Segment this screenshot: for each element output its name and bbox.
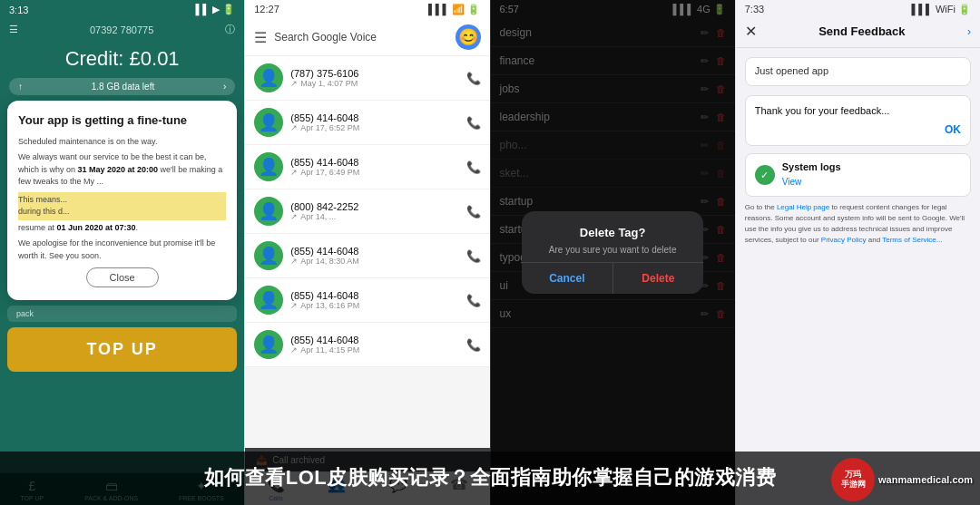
call-phone-icon[interactable]: 📞 — [466, 338, 481, 352]
p4-terms-link[interactable]: Terms of Service — [882, 236, 936, 244]
contact-icon: 👤 — [259, 68, 279, 88]
p4-feedback-input[interactable]: Just opened app — [745, 57, 971, 86]
p4-close-icon[interactable]: ✕ — [745, 23, 757, 40]
p2-call-info: (855) 414-6048 ↗ Apr 13, 6:16 PM — [290, 290, 458, 310]
watermark-logo: 万玛手游网 — [831, 458, 875, 501]
p1-modal: Your app is getting a fine-tune Schedule… — [7, 101, 237, 300]
p2-call-number: (855) 414-6048 — [290, 290, 458, 301]
table-row[interactable]: 👤 (855) 414-6048 ↗ Apr 14, 8:30 AM 📞 — [245, 234, 489, 278]
p2-call-date: ↗ May 1, 4:07 PM — [290, 79, 458, 88]
p1-time: 3:13 — [9, 5, 28, 15]
p2-call-avatar: 👤 — [254, 330, 283, 359]
p4-submit-icon[interactable]: › — [967, 25, 971, 38]
p2-call-number: (855) 414-6048 — [290, 246, 458, 257]
p2-call-info: (855) 414-6048 ↗ Apr 11, 4:15 PM — [290, 335, 458, 354]
contact-icon: 👤 — [259, 290, 279, 310]
call-phone-icon[interactable]: 📞 — [466, 205, 481, 219]
call-phone-icon[interactable]: 📞 — [466, 116, 481, 130]
p4-legal-help-link[interactable]: Legal Help page — [777, 203, 829, 211]
p2-avatar-image: 😊 — [458, 27, 478, 47]
p1-data-arrow: › — [223, 82, 226, 92]
p2-user-avatar[interactable]: 😊 — [456, 24, 481, 50]
p2-call-number: (787) 375-6106 — [290, 68, 458, 79]
panel-google-voice: 12:27 ▌▌▌ 📶 🔋 ☰ Search Google Voice 😊 👤 … — [244, 0, 489, 505]
p1-status-bar: 3:13 ▌▌ ▶ 🔋 — [0, 0, 244, 19]
p1-data-bar[interactable]: ↑ 1.8 GB data left › — [9, 78, 235, 95]
p2-call-avatar: 👤 — [254, 241, 283, 270]
watermark: 万玛手游网 wanmamedical.com — [831, 458, 973, 501]
p2-call-avatar: 👤 — [254, 286, 283, 315]
contact-icon: 👤 — [259, 112, 279, 132]
contact-icon: 👤 — [259, 246, 279, 266]
p4-thankyou-card: Thank you for your feedback... OK — [745, 95, 971, 146]
p2-call-avatar: 👤 — [254, 63, 283, 92]
contact-icon: 👤 — [259, 201, 279, 221]
p4-signal: ▌▌▌ WiFi 🔋 — [912, 4, 971, 15]
p2-header: ☰ Search Google Voice 😊 — [245, 19, 489, 56]
call-phone-icon[interactable]: 📞 — [466, 160, 481, 174]
p2-call-number: (800) 842-2252 — [290, 201, 458, 212]
p4-status-bar: 7:33 ▌▌▌ WiFi 🔋 — [736, 0, 980, 19]
call-phone-icon[interactable]: 📞 — [466, 249, 481, 263]
p2-time: 12:27 — [254, 4, 279, 15]
p1-info-icon[interactable]: ⓘ — [225, 23, 235, 36]
p2-call-date: ↗ Apr 17, 6:49 PM — [290, 168, 458, 177]
p3-modal-buttons: Cancel Delete — [522, 262, 703, 294]
p2-search-bar: Search Google Voice — [274, 31, 447, 44]
panels-container: 3:13 ▌▌ ▶ 🔋 ☰ 07392 780775 ⓘ Credit: £0.… — [0, 0, 980, 505]
p1-menu-icon[interactable]: ☰ — [9, 24, 18, 35]
p4-privacy-policy-link[interactable]: Privacy Policy — [821, 236, 867, 244]
panel-tags: 6:57 ▌▌▌ 4G 🔋 design ✏ 🗑 finance ✏ 🗑 job… — [490, 0, 735, 505]
p3-modal-title: Delete Tag? — [533, 226, 692, 239]
p1-data-label: 1.8 GB data left — [92, 82, 155, 92]
p3-delete-modal: Delete Tag? Are you sure you want to del… — [522, 211, 703, 294]
table-row[interactable]: 👤 (855) 414-6048 ↗ Apr 17, 6:49 PM 📞 — [245, 145, 489, 189]
p1-close-button[interactable]: Close — [86, 267, 159, 287]
p1-header: ☰ 07392 780775 ⓘ — [0, 19, 244, 42]
p2-call-number: (855) 414-6048 — [290, 335, 458, 345]
p4-syslog-view-link[interactable]: View — [782, 177, 802, 187]
overlay-banner: 如何查看LOL皮肤购买记录？全面指南助你掌握自己的游戏消费 万玛手游网 wanm… — [0, 452, 980, 505]
p1-data-icon: ↑ — [18, 82, 23, 92]
watermark-logo-text: 万玛手游网 — [841, 470, 866, 490]
p1-modal-body: Scheduled maintenance is on the way. We … — [18, 136, 226, 263]
p4-input-section: Just opened app — [745, 57, 971, 86]
table-row[interactable]: 👤 (787) 375-6106 ↗ May 1, 4:07 PM 📞 — [245, 56, 489, 101]
table-row[interactable]: 👤 (855) 414-6048 ↗ Apr 17, 6:52 PM 📞 — [245, 101, 489, 145]
p2-call-date: ↗ Apr 13, 6:16 PM — [290, 301, 458, 310]
p1-topup-button[interactable]: TOP UP — [7, 327, 237, 372]
p2-search-placeholder: Search Google Voice — [274, 31, 377, 44]
p3-cancel-button[interactable]: Cancel — [522, 263, 613, 294]
p2-call-date: ↗ Apr 11, 4:15 PM — [290, 345, 458, 354]
p4-syslog-card: ✓ System logs View — [745, 153, 971, 197]
p2-call-info: (855) 414-6048 ↗ Apr 17, 6:49 PM — [290, 157, 458, 177]
call-phone-icon[interactable]: 📞 — [466, 294, 481, 307]
p2-call-avatar: 👤 — [254, 197, 283, 226]
p2-menu-icon[interactable]: ☰ — [254, 29, 267, 46]
contact-icon: 👤 — [259, 335, 279, 354]
table-row[interactable]: 👤 (855) 414-6048 ↗ Apr 11, 4:15 PM 📞 — [245, 323, 489, 367]
p2-call-date: ↗ Apr 14, ... — [290, 212, 458, 221]
p4-thankyou-text: Thank you for your feedback... — [755, 105, 961, 116]
table-row[interactable]: 👤 (800) 842-2252 ↗ Apr 14, ... 📞 — [245, 189, 489, 234]
p2-signal: ▌▌▌ 📶 🔋 — [428, 4, 481, 15]
p1-phone-number: 07392 780775 — [90, 24, 153, 35]
p1-pack-bar: pack — [7, 306, 237, 322]
panel-feedback: 7:33 ▌▌▌ WiFi 🔋 ✕ Send Feedback › Just o… — [735, 0, 980, 505]
p2-call-date: ↗ Apr 14, 8:30 AM — [290, 257, 458, 266]
p1-credit-display: Credit: £0.01 — [0, 42, 244, 74]
p2-call-avatar: 👤 — [254, 108, 283, 137]
p2-call-info: (855) 414-6048 ↗ Apr 17, 6:52 PM — [290, 112, 458, 132]
p3-modal-body: Delete Tag? Are you sure you want to del… — [522, 211, 703, 262]
p4-ok-button[interactable]: OK — [755, 123, 961, 136]
p3-delete-button[interactable]: Delete — [613, 263, 704, 294]
p1-pack-label: pack — [16, 309, 34, 318]
table-row[interactable]: 👤 (855) 414-6048 ↗ Apr 13, 6:16 PM 📞 — [245, 278, 489, 323]
p4-content: Just opened app Thank you for your feedb… — [736, 48, 980, 255]
p2-call-number: (855) 414-6048 — [290, 157, 458, 168]
p2-call-avatar: 👤 — [254, 152, 283, 181]
p4-syslog-info: System logs View — [782, 161, 841, 189]
panel-telecom: 3:13 ▌▌ ▶ 🔋 ☰ 07392 780775 ⓘ Credit: £0.… — [0, 0, 244, 505]
p3-modal-message: Are you sure you want to delete — [533, 245, 692, 255]
call-phone-icon[interactable]: 📞 — [466, 72, 481, 85]
